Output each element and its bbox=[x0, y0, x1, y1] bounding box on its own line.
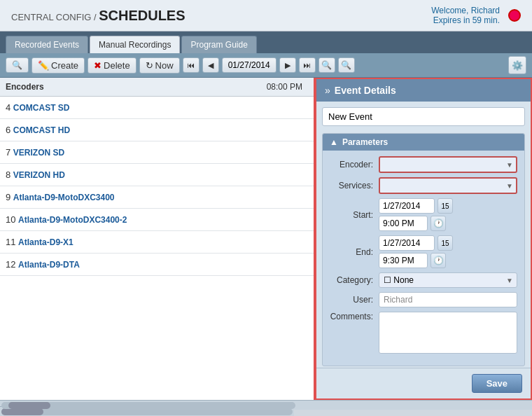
title-main: SCHEDULES bbox=[99, 8, 185, 23]
parameters-title: Parameters bbox=[342, 137, 388, 147]
user-input[interactable] bbox=[379, 292, 517, 307]
nav-next-button[interactable]: ▶ bbox=[279, 57, 296, 73]
panel-content: ▲ Parameters Encoder: bbox=[316, 102, 531, 368]
user-field bbox=[379, 292, 517, 307]
nav-last-button[interactable]: ⏭ bbox=[299, 57, 316, 73]
encoder-select[interactable] bbox=[379, 156, 517, 173]
comments-row: Comments: bbox=[330, 312, 517, 356]
grid-rows: 4 COMCAST SD 6 COMCAST HD 7 VERIZON SD 8… bbox=[0, 97, 314, 276]
category-row: Category: ☐ None bbox=[330, 272, 517, 288]
parameters-body: Encoder: Services: bbox=[323, 151, 524, 366]
delete-button[interactable]: ✖ Delete bbox=[88, 57, 136, 74]
encoder-label: Encoder: bbox=[330, 160, 379, 169]
start-calendar-button[interactable]: 15 bbox=[438, 198, 453, 214]
end-time-input[interactable] bbox=[379, 253, 428, 268]
welcome-text: Welcome, Richard bbox=[431, 6, 500, 15]
event-details-panel: » Event Details ▲ Parameters bbox=[315, 78, 532, 400]
table-row: 4 COMCAST SD bbox=[0, 97, 314, 119]
start-datetime: 15 🕐 bbox=[379, 198, 517, 231]
parameters-header: ▲ Parameters bbox=[323, 134, 524, 151]
power-button[interactable] bbox=[508, 9, 521, 22]
category-label: Category: bbox=[330, 275, 379, 285]
nav-prev-button[interactable]: ◀ bbox=[202, 57, 219, 73]
services-select[interactable] bbox=[379, 177, 517, 194]
table-row: 7 VERIZON SD bbox=[0, 141, 314, 164]
collapse-icon[interactable]: ▲ bbox=[330, 137, 338, 147]
content-area: Encoders 08:00 PM 4 COMCAST SD 6 COMCAST… bbox=[0, 78, 532, 400]
comments-textarea[interactable] bbox=[379, 312, 517, 354]
refresh-icon: ↻ bbox=[146, 60, 153, 71]
settings-button[interactable]: ⚙️ bbox=[508, 56, 526, 74]
table-row: 9 Atlanta-D9-MotoDXC3400 bbox=[0, 186, 314, 209]
save-button[interactable]: Save bbox=[472, 374, 522, 393]
title-prefix: CENTRAL CONFIG / bbox=[11, 12, 99, 22]
create-icon: ✏️ bbox=[38, 60, 49, 71]
create-button[interactable]: ✏️ Create bbox=[31, 57, 85, 74]
category-select[interactable]: ☐ None bbox=[379, 272, 517, 288]
delete-icon: ✖ bbox=[94, 60, 102, 71]
panel-header: » Event Details bbox=[316, 79, 531, 102]
tab-recorded-events[interactable]: Recorded Events bbox=[6, 36, 88, 53]
grid-header: Encoders 08:00 PM bbox=[0, 78, 314, 97]
toolbar: 🔍 ✏️ Create ✖ Delete ↻ Now ⏮ ◀ 01/27/201… bbox=[0, 53, 532, 78]
panel-chevron-icon: » bbox=[325, 85, 330, 96]
end-row: End: 15 🕐 bbox=[330, 235, 517, 268]
end-label: End: bbox=[330, 247, 379, 257]
table-row: 8 VERIZON HD bbox=[0, 164, 314, 186]
tabs-bar: Recorded Events Manual Recordings Progra… bbox=[0, 32, 532, 53]
panel-title: Event Details bbox=[335, 85, 396, 96]
table-row: 12 Atlanta-D9-DTA bbox=[0, 254, 314, 276]
comments-label: Comments: bbox=[330, 312, 379, 321]
scrollbar-track[interactable] bbox=[1, 402, 295, 409]
services-row: Services: bbox=[330, 177, 517, 194]
event-name-input[interactable] bbox=[322, 107, 525, 126]
start-row: Start: 15 � bbox=[330, 198, 517, 231]
zoom-in-button[interactable]: 🔍 bbox=[338, 57, 355, 73]
start-date-input[interactable] bbox=[379, 198, 435, 214]
services-label: Services: bbox=[330, 181, 379, 190]
main-area: Recorded Events Manual Recordings Progra… bbox=[0, 32, 532, 410]
app-header: CENTRAL CONFIG / SCHEDULES Welcome, Rich… bbox=[0, 0, 532, 32]
schedule-grid: Encoders 08:00 PM 4 COMCAST SD 6 COMCAST… bbox=[0, 78, 315, 400]
encoder-row: Encoder: bbox=[330, 156, 517, 173]
tab-program-guide[interactable]: Program Guide bbox=[181, 36, 256, 53]
user-info: Welcome, Richard Expires in 59 min. bbox=[431, 6, 521, 25]
tab-manual-recordings[interactable]: Manual Recordings bbox=[90, 36, 180, 53]
services-field-wrapper bbox=[379, 177, 517, 194]
table-row: 6 COMCAST HD bbox=[0, 119, 314, 141]
encoder-col-header: Encoders bbox=[6, 82, 267, 92]
start-clock-button[interactable]: 🕐 bbox=[430, 216, 446, 231]
panel-scroll-area[interactable]: ▲ Parameters Encoder: bbox=[316, 102, 531, 368]
panel-footer: Save bbox=[316, 368, 531, 398]
expires-text: Expires in 59 min. bbox=[431, 15, 500, 25]
end-datetime: 15 🕐 bbox=[379, 235, 517, 268]
time-col-header: 08:00 PM bbox=[267, 82, 308, 92]
zoom-out-button[interactable]: 🔍 bbox=[318, 57, 335, 73]
app-title: CENTRAL CONFIG / SCHEDULES bbox=[11, 8, 186, 24]
end-calendar-button[interactable]: 15 bbox=[438, 235, 453, 251]
table-row: 10 Atlanta-D9-MotoDXC3400-2 bbox=[0, 209, 314, 231]
start-label: Start: bbox=[330, 210, 379, 220]
start-time-input[interactable] bbox=[379, 216, 428, 231]
end-date-input[interactable] bbox=[379, 235, 435, 251]
parameters-section: ▲ Parameters Encoder: bbox=[322, 133, 525, 366]
bottom-scrollbar-area bbox=[0, 400, 532, 410]
scrollbar-thumb[interactable] bbox=[8, 402, 50, 409]
search-button[interactable]: 🔍 bbox=[6, 57, 29, 73]
user-row: User: bbox=[330, 292, 517, 307]
nav-first-button[interactable]: ⏮ bbox=[183, 57, 200, 73]
end-clock-button[interactable]: 🕐 bbox=[430, 253, 446, 268]
comments-field bbox=[379, 312, 517, 356]
encoder-field-wrapper bbox=[379, 156, 517, 173]
date-display[interactable]: 01/27/2014 bbox=[222, 57, 276, 73]
table-row: 11 Atlanta-D9-X1 bbox=[0, 231, 314, 254]
now-button[interactable]: ↻ Now bbox=[139, 57, 180, 74]
user-label: User: bbox=[330, 295, 379, 305]
category-field-wrapper: ☐ None bbox=[379, 272, 517, 288]
